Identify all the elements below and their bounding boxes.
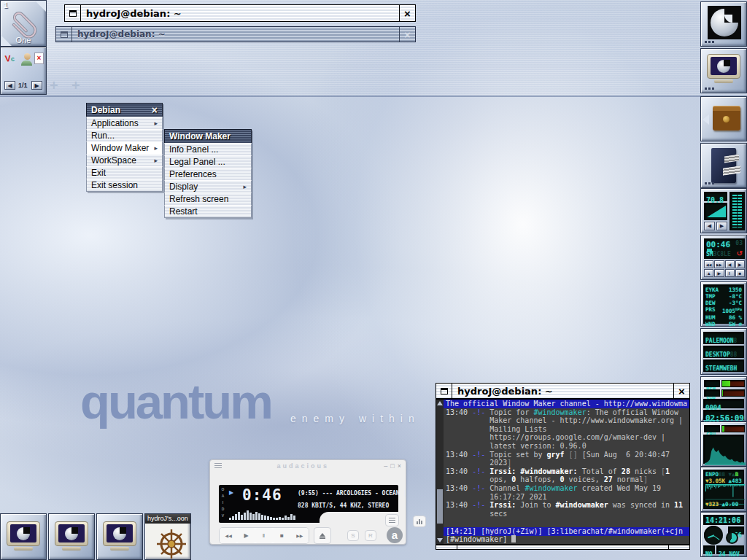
maximize-icon[interactable] (390, 462, 394, 470)
drawer-next-button[interactable]: ▶ (31, 81, 42, 90)
dock-filecabinet-appicon[interactable] (700, 143, 747, 188)
scroll-down-icon[interactable] (437, 538, 443, 542)
playlist-icon (389, 516, 395, 524)
irc-messages: 13:40 -!- Topic for #windowmaker: The of… (444, 408, 689, 518)
player-menu-icon[interactable] (214, 462, 222, 470)
menu-item-applications[interactable]: Applications▸ (86, 117, 163, 130)
menu-item-run[interactable]: Run... (86, 129, 163, 142)
menu-item-display[interactable]: Display▸ (164, 180, 252, 193)
remote-stop-button[interactable] (735, 269, 745, 277)
miniwindow-terminal-2[interactable] (48, 513, 95, 560)
dock-weather-dockapp[interactable]: EYKA1350 TMP-8°C DEW-3°C PRS1005hPa HUM8… (700, 281, 747, 327)
play-button[interactable] (237, 528, 255, 543)
menu-item-refresh-screen[interactable]: Refresh screen (164, 192, 252, 206)
minimize-icon[interactable] (384, 462, 387, 470)
irc-status-bar: [14:21] [hydroJ(+Ziw)] [3:liberachat/#wi… (444, 527, 689, 536)
irc-input-line[interactable]: [#windowmaker] (444, 535, 689, 544)
workspace-clip[interactable]: 1 One (0, 0, 47, 47)
menu-close-icon[interactable] (152, 104, 158, 116)
repeat-button[interactable]: R (365, 530, 376, 541)
resize-bar[interactable] (436, 545, 690, 550)
player-titlebar[interactable]: audacious (210, 460, 406, 471)
drawer-add-slot-icon: + (50, 77, 58, 94)
miniwindow-terminal-1[interactable] (0, 513, 47, 560)
mixer-next-channel-button[interactable]: ▶ (716, 222, 727, 230)
dock-player-remote-dockapp[interactable]: 00:46 03 SM3C8LE ↺ (700, 235, 747, 280)
audacious-player-window[interactable]: audacious O A I D V ▶ 0:46 (9:55) --- AR… (209, 459, 406, 545)
remote-eject-button[interactable] (704, 269, 713, 277)
scrollbar[interactable] (436, 400, 444, 544)
close-icon[interactable] (398, 462, 401, 470)
file-cabinet-icon (711, 148, 736, 183)
menu-item-exit-session[interactable]: Exit session (86, 179, 163, 192)
launcher-steamwebhelper[interactable]: STEAMWEBH (703, 359, 744, 372)
menu-item-window-maker[interactable]: Window Maker▸ (86, 141, 163, 155)
pause-button[interactable] (255, 528, 273, 543)
scroll-up-icon[interactable] (437, 401, 443, 405)
mem-usage-bar (722, 381, 730, 386)
remote-pause-button[interactable] (725, 269, 735, 277)
vc-logo-icon[interactable]: Vc (4, 52, 18, 66)
shuffle-button[interactable]: S (347, 530, 359, 541)
playlist-button[interactable] (385, 514, 399, 526)
menu-item-restart[interactable]: Restart (164, 205, 252, 218)
menu-item-exit[interactable]: Exit (86, 166, 163, 179)
audacious-logo: a (387, 527, 403, 543)
clock-digital: 14:21:06 (705, 516, 740, 524)
dock-drawer-appicon[interactable] (700, 96, 747, 141)
drawer-prev-button[interactable]: ◀ (4, 81, 15, 90)
drawer-open-arrow-icon[interactable] (703, 114, 709, 125)
drawer-dockapp[interactable]: Vc × ◀ 1/1 ▶ (0, 47, 47, 95)
eject-button[interactable] (314, 527, 331, 544)
dock-terminal-appicon[interactable] (700, 48, 747, 93)
terminal-window-shaded-unfocused[interactable]: hydroJ@debian: ~ (55, 26, 416, 42)
workspace-name: One (1, 36, 46, 44)
running-indicator (705, 88, 707, 90)
menu-item-preferences[interactable]: Preferences (164, 168, 252, 181)
equalizer-button[interactable] (413, 516, 426, 527)
next-button[interactable] (291, 528, 309, 543)
dock-mixer-dockapp[interactable]: 70.8 ◀ ▶ (700, 188, 747, 233)
previous-button[interactable] (220, 528, 237, 543)
mixer-volume-ramp[interactable] (704, 203, 727, 220)
stop-button[interactable] (273, 528, 290, 543)
remote-next-button[interactable] (714, 260, 724, 268)
remote-play-button[interactable] (714, 269, 724, 277)
irc-titlebar[interactable]: hydroJ@debian: ~ (436, 383, 690, 399)
document-delete-icon[interactable]: × (34, 52, 44, 64)
miniwindow-terminal-3[interactable] (96, 513, 143, 560)
spectrum-analyzer (229, 508, 295, 520)
contact-icon[interactable] (21, 53, 33, 66)
menu-item-workspace[interactable]: WorkSpace▸ (86, 154, 163, 167)
dock-sysmon-dockapp[interactable]: MEM SWP 0004 days, 02:56:09 (700, 376, 747, 421)
miniwindow-app[interactable]: hydroJ's...oon (144, 513, 191, 560)
dock-network-dockapp[interactable]: ENPO88 ▼▲B ▼3.05K ▲483 ▼323 ▲0.00 (700, 467, 747, 512)
analog-clock (704, 526, 723, 545)
remote-rewind-button[interactable] (725, 260, 735, 268)
dock-cpu-dockapp[interactable]: CPU (700, 421, 747, 467)
irc-terminal-window[interactable]: hydroJ@debian: ~ The official Window Mak… (436, 383, 690, 550)
launcher-desktop[interactable]: DESKTOP88 (703, 346, 744, 358)
mixer-prev-channel-button[interactable]: ◀ (704, 222, 715, 230)
terminal-window-shaded-focused[interactable]: hydroJ@debian: ~ (64, 4, 416, 22)
remote-forward-button[interactable] (735, 260, 745, 268)
root-menu-titlebar[interactable]: Debian (86, 103, 163, 117)
miniaturize-button[interactable] (436, 384, 452, 398)
launcher-palemoon[interactable]: PALEMOON8 (703, 332, 744, 344)
miniaturize-icon (61, 31, 68, 38)
miniaturize-button[interactable] (56, 27, 72, 42)
miniaturize-button[interactable] (65, 5, 81, 21)
close-button[interactable] (673, 384, 689, 398)
remote-prev-button[interactable] (704, 260, 713, 268)
submenu-titlebar[interactable]: Window Maker (164, 129, 252, 144)
stream-info: 828 KBIT/S, 44 KHZ, STEREO (298, 502, 389, 509)
menu-item-info-panel[interactable]: Info Panel ... (164, 143, 252, 156)
dock-clock-dockapp[interactable]: 88:88:88 14:21:06 556 MO 24 NOV (700, 512, 747, 557)
text-cursor (511, 535, 516, 542)
dock-windowmaker-appicon[interactable] (700, 1, 747, 47)
close-button[interactable] (399, 27, 415, 42)
close-button[interactable] (399, 5, 415, 21)
scroll-thumb[interactable] (437, 489, 443, 524)
clutterbar[interactable]: O A I D V (220, 486, 225, 521)
menu-item-legal-panel[interactable]: Legal Panel ... (164, 155, 252, 168)
